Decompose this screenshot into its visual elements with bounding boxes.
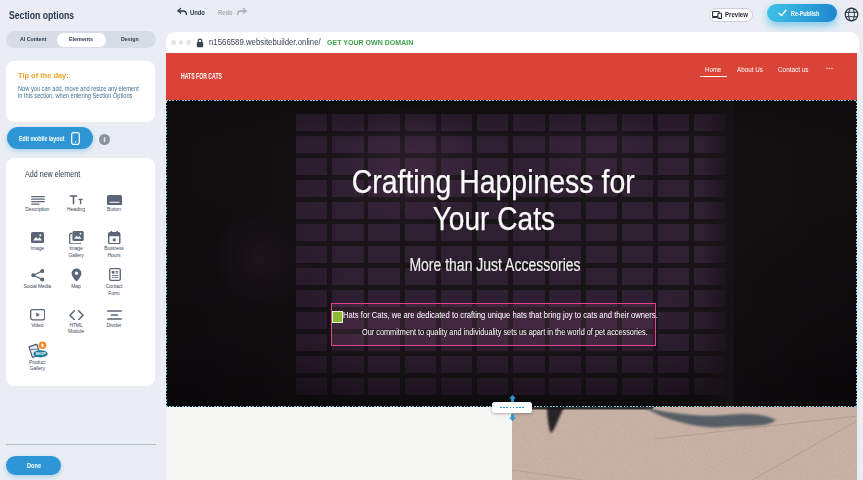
svg-text:SHOP: SHOP xyxy=(35,352,46,356)
